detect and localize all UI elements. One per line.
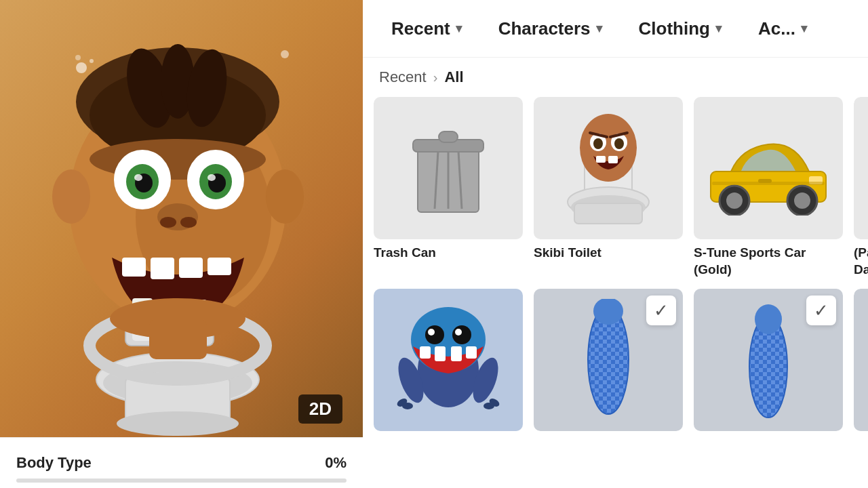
sports-car-icon xyxy=(704,121,833,216)
sports-car-label: S-Tune Sports Car (Gold) xyxy=(694,245,843,278)
huggy-thumb xyxy=(374,289,523,431)
trash-can-label: Trash Can xyxy=(374,245,523,262)
huggy-icon xyxy=(394,302,502,418)
partial-1-thumb xyxy=(854,97,868,239)
svg-point-82 xyxy=(402,403,413,409)
svg-point-38 xyxy=(76,62,87,73)
svg-point-71 xyxy=(425,325,444,344)
svg-point-22 xyxy=(134,174,142,181)
svg-point-96 xyxy=(755,304,782,334)
svg-rect-28 xyxy=(151,258,174,279)
breadcrumb-separator: › xyxy=(433,70,438,85)
svg-rect-37 xyxy=(149,319,207,359)
body-type-slider[interactable] xyxy=(16,479,347,483)
blue-worm-2-thumb: ✓ xyxy=(694,289,843,431)
skibi-toilet-label: Skibi Toilet xyxy=(534,245,683,262)
tab-clothing-chevron: ▾ xyxy=(715,21,722,36)
breadcrumb-current: All xyxy=(444,68,463,86)
svg-rect-51 xyxy=(574,203,642,224)
svg-point-34 xyxy=(52,169,90,224)
svg-point-6 xyxy=(117,411,239,436)
grid-item-sports-car[interactable]: S-Tune Sports Car (Gold) xyxy=(694,97,843,278)
svg-point-25 xyxy=(160,217,176,228)
svg-point-23 xyxy=(208,174,216,181)
svg-point-52 xyxy=(580,114,637,182)
bottom-bar: Body Type 0% xyxy=(0,437,363,488)
grid-item-blue-worm-2[interactable]: ✓ xyxy=(694,289,843,436)
partial-1-label: (Pa...Da... xyxy=(854,245,868,278)
tab-characters[interactable]: Characters ▾ xyxy=(484,12,617,46)
svg-rect-27 xyxy=(122,258,146,277)
svg-point-63 xyxy=(726,192,743,209)
grid-item-huggy[interactable] xyxy=(374,289,523,436)
body-type-label: Body Type xyxy=(16,454,92,472)
tab-recent-label: Recent xyxy=(391,18,450,39)
svg-point-74 xyxy=(455,329,462,336)
grid-item-skibi-toilet[interactable]: Skibi Toilet xyxy=(534,97,683,278)
svg-rect-68 xyxy=(758,179,772,183)
tab-accessories-chevron: ▾ xyxy=(801,21,807,36)
tab-characters-label: Characters xyxy=(498,18,591,39)
tab-accessories-label: Ac... xyxy=(758,18,795,39)
tab-recent[interactable]: Recent ▾ xyxy=(376,12,477,46)
tab-recent-chevron: ▾ xyxy=(456,21,462,36)
grid-area: Trash Can xyxy=(363,92,868,488)
tab-clothing[interactable]: Clothing ▾ xyxy=(624,12,736,46)
right-panel: Recent ▾ Characters ▾ Clothing ▾ Ac... ▾… xyxy=(363,0,868,488)
blue-worm-1-icon xyxy=(574,299,642,421)
svg-rect-60 xyxy=(608,156,618,163)
svg-rect-76 xyxy=(435,346,446,361)
skibi-toilet-thumb xyxy=(534,97,683,239)
svg-point-72 xyxy=(452,325,471,344)
avatar-svg xyxy=(0,0,363,437)
sports-car-thumb xyxy=(694,97,843,239)
svg-rect-30 xyxy=(208,258,231,275)
grid-item-partial-1[interactable]: (Pa...Da... xyxy=(854,97,868,278)
tab-clothing-label: Clothing xyxy=(639,18,710,39)
2d-badge: 2D xyxy=(298,394,342,424)
blue-worm-1-thumb: ✓ xyxy=(534,289,683,431)
check-badge-2: ✓ xyxy=(806,296,836,325)
svg-rect-29 xyxy=(179,258,203,278)
svg-point-40 xyxy=(90,59,94,63)
breadcrumb-parent[interactable]: Recent xyxy=(379,68,427,86)
tab-bar: Recent ▾ Characters ▾ Clothing ▾ Ac... ▾ xyxy=(363,0,868,58)
svg-point-41 xyxy=(281,50,289,58)
svg-point-65 xyxy=(794,192,810,209)
trash-can-icon xyxy=(401,114,496,222)
avatar-preview: 2D xyxy=(0,0,363,437)
grid-row-1: Trash Can xyxy=(374,97,857,278)
svg-rect-59 xyxy=(596,156,606,163)
svg-rect-44 xyxy=(439,131,458,142)
svg-point-56 xyxy=(614,138,624,149)
svg-point-55 xyxy=(593,138,603,149)
svg-point-39 xyxy=(75,55,81,60)
skibi-toilet-icon xyxy=(554,107,663,229)
svg-point-26 xyxy=(180,217,197,228)
grid-item-partial-2[interactable] xyxy=(854,289,868,436)
svg-rect-78 xyxy=(466,346,477,359)
svg-point-35 xyxy=(266,169,304,224)
grid-item-trash-can[interactable]: Trash Can xyxy=(374,97,523,278)
svg-point-84 xyxy=(484,403,494,409)
svg-rect-77 xyxy=(451,346,462,361)
breadcrumb: Recent › All xyxy=(363,58,868,92)
check-badge-1: ✓ xyxy=(646,296,676,325)
svg-rect-75 xyxy=(420,346,431,359)
svg-point-73 xyxy=(428,329,435,336)
blue-worm-2-icon xyxy=(734,299,802,421)
partial-2-thumb xyxy=(854,289,868,431)
tab-characters-chevron: ▾ xyxy=(596,21,602,36)
body-type-percent: 0% xyxy=(325,454,347,472)
grid-item-blue-worm-1[interactable]: ✓ xyxy=(534,289,683,436)
grid-row-2: ✓ xyxy=(374,289,857,436)
left-panel: 2D Body Type 0% xyxy=(0,0,363,488)
tab-accessories[interactable]: Ac... ▾ xyxy=(743,12,822,46)
trash-can-thumb xyxy=(374,97,523,239)
